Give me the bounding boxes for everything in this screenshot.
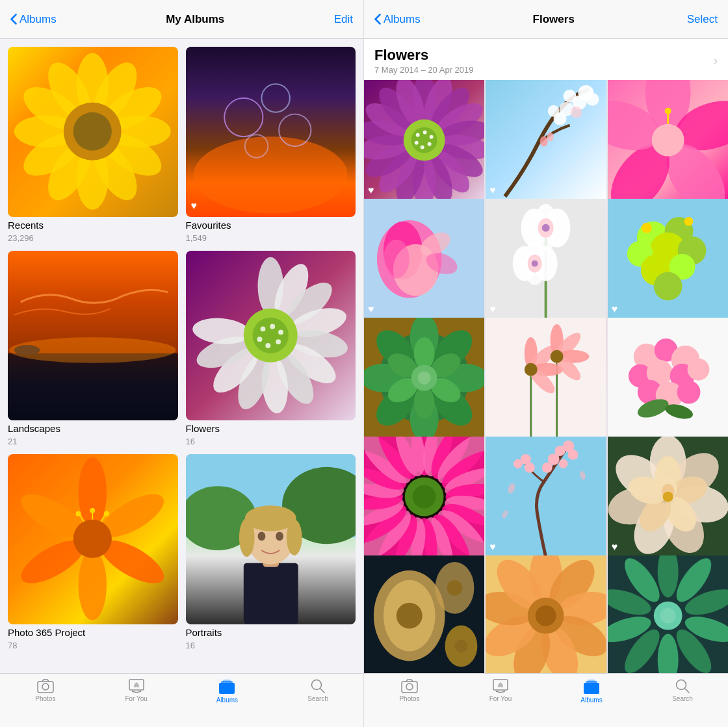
right-for-you-tab-icon <box>493 679 508 693</box>
svg-point-191 <box>677 381 700 404</box>
photo-10[interactable] <box>364 437 484 557</box>
svg-rect-69 <box>219 683 235 694</box>
svg-point-94 <box>416 133 420 137</box>
right-tab-photos[interactable]: Photos <box>364 679 455 702</box>
photo-5[interactable]: ♥ <box>486 199 606 319</box>
svg-line-73 <box>320 689 324 693</box>
photo-1[interactable]: ♥ <box>364 80 484 200</box>
photo-4-svg <box>364 199 484 319</box>
album-photo365-thumb[interactable] <box>8 454 178 624</box>
photo-15-svg <box>608 555 728 673</box>
svg-point-138 <box>532 261 538 267</box>
right-panel: Albums Flowers Select Flowers 7 May 2014… <box>364 0 728 727</box>
svg-point-149 <box>684 217 693 226</box>
svg-point-64 <box>257 531 265 541</box>
album-portraits-count: 16 <box>186 641 356 650</box>
albums-grid: Recents 23,296 ♥ Favourites 1,549 <box>0 39 363 673</box>
right-back-button[interactable]: Albums <box>374 13 421 26</box>
svg-point-147 <box>653 272 682 301</box>
right-tab-for-you[interactable]: For You <box>455 679 546 702</box>
photo-15[interactable] <box>608 555 728 673</box>
svg-point-95 <box>423 131 427 134</box>
portraits-svg <box>186 454 356 624</box>
album-portraits[interactable]: Portraits 16 <box>186 454 356 650</box>
left-back-label: Albums <box>20 13 57 26</box>
svg-point-284 <box>406 683 413 690</box>
svg-point-188 <box>687 359 709 381</box>
photo365-svg <box>8 454 178 624</box>
album-photo365[interactable]: Photo 365 Project 78 <box>8 454 178 650</box>
flowers-header-title: Flowers <box>374 47 474 64</box>
right-tab-search[interactable]: Search <box>637 679 728 702</box>
svg-point-117 <box>664 108 671 114</box>
album-portraits-name: Portraits <box>186 627 356 638</box>
svg-rect-288 <box>588 680 595 682</box>
left-back-button[interactable]: Albums <box>10 13 57 26</box>
album-recents-thumb[interactable] <box>8 47 178 217</box>
recents-flower-svg <box>8 47 178 217</box>
flowers-header: Flowers 7 May 2014 – 20 Apr 2019 › <box>364 39 728 80</box>
album-flowers[interactable]: Flowers 16 <box>186 251 356 447</box>
album-photo365-name: Photo 365 Project <box>8 627 178 638</box>
album-landscapes-thumb[interactable] <box>8 251 178 421</box>
album-recents[interactable]: Recents 23,296 <box>8 47 178 243</box>
flowers-header-chevron[interactable]: › <box>714 54 718 68</box>
photo-10-svg <box>364 437 484 557</box>
right-select-button[interactable]: Select <box>687 13 718 26</box>
album-flowers-thumb[interactable] <box>186 251 356 421</box>
photo-11[interactable]: ♥ <box>486 437 606 557</box>
left-nav-bar: Albums My Albums Edit <box>0 0 363 39</box>
left-tab-search[interactable]: Search <box>272 679 363 702</box>
flowers-header-text: Flowers 7 May 2014 – 20 Apr 2019 <box>374 47 474 75</box>
svg-point-67 <box>42 683 49 690</box>
photo-6[interactable]: ♥ <box>608 199 728 319</box>
svg-point-103 <box>564 90 577 103</box>
svg-point-21 <box>9 337 176 363</box>
left-tab-photos-label: Photos <box>35 695 55 702</box>
photo-8[interactable] <box>486 318 606 438</box>
photo-1-heart: ♥ <box>368 185 374 196</box>
photo-4[interactable]: ♥ <box>364 199 484 319</box>
svg-point-132 <box>542 224 550 232</box>
album-landscapes[interactable]: Landscapes 21 <box>8 251 178 447</box>
photo-2[interactable]: ♥ <box>486 80 606 200</box>
left-tab-for-you-label: For You <box>125 695 147 702</box>
svg-line-290 <box>685 689 689 693</box>
photo-14-svg <box>486 555 606 673</box>
photo-3[interactable] <box>608 80 728 200</box>
right-tab-photos-label: Photos <box>399 695 419 702</box>
left-tab-bar: Photos For You Albums Search <box>0 673 363 727</box>
right-tab-albums[interactable]: Albums <box>546 679 637 704</box>
photo-11-svg <box>486 437 606 557</box>
right-nav-bar: Albums Flowers Select <box>364 0 728 39</box>
left-tab-albums[interactable]: Albums <box>182 679 273 704</box>
svg-point-160 <box>414 337 435 370</box>
photo-7-svg <box>364 318 484 438</box>
svg-point-36 <box>260 326 265 331</box>
left-edit-button[interactable]: Edit <box>334 13 353 26</box>
left-tab-for-you[interactable]: For You <box>91 679 182 702</box>
svg-point-289 <box>677 680 686 690</box>
photo-7[interactable] <box>364 318 484 438</box>
album-favourites-thumb[interactable]: ♥ <box>186 47 356 217</box>
svg-point-40 <box>265 343 270 348</box>
svg-rect-58 <box>243 563 298 624</box>
album-favourites[interactable]: ♥ Favourites 1,549 <box>186 47 356 243</box>
svg-point-54 <box>76 511 81 517</box>
svg-point-227 <box>542 463 552 473</box>
svg-point-220 <box>413 485 436 509</box>
svg-point-52 <box>104 511 109 517</box>
flowers-header-date: 7 May 2014 – 20 Apr 2019 <box>374 65 474 75</box>
svg-point-13 <box>73 112 112 151</box>
photo-12[interactable]: ♥ <box>608 437 728 557</box>
album-portraits-thumb[interactable] <box>186 454 356 624</box>
left-tab-photos[interactable]: Photos <box>0 679 91 702</box>
svg-point-226 <box>559 459 568 468</box>
photo-14[interactable] <box>486 555 606 673</box>
svg-point-72 <box>312 680 322 690</box>
photo-6-heart: ♥ <box>612 303 618 315</box>
photo-13[interactable] <box>364 555 484 673</box>
photo-8-svg <box>486 318 606 438</box>
photos-tab-icon <box>37 679 54 693</box>
photo-9[interactable] <box>608 318 728 438</box>
